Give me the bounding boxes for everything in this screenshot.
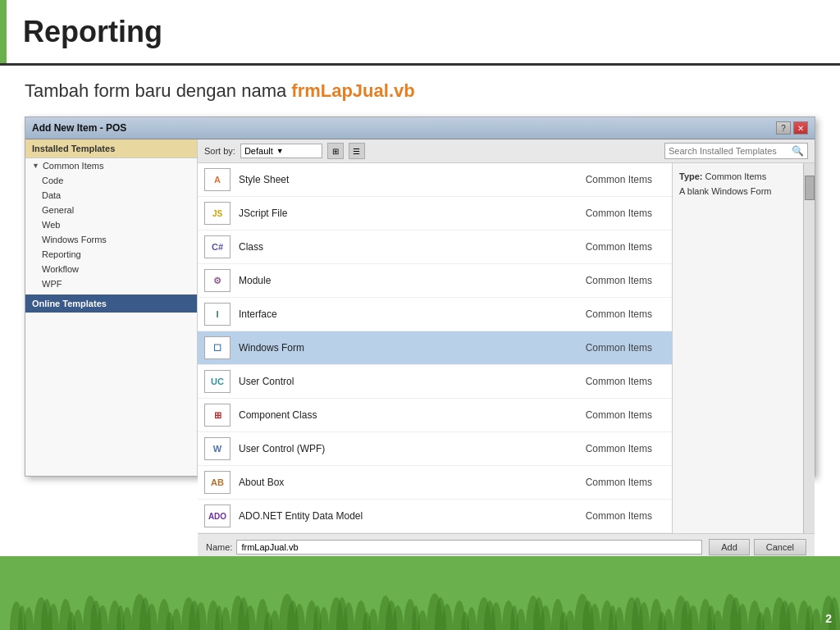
item-category-aboutbox: Common Items [586,477,652,488]
add-new-item-dialog: Add New Item - POS ? ✕ Installed Templat… [25,116,815,477]
item-icon-winform: ☐ [204,335,231,361]
list-item[interactable]: ⚙ Module Common Items [198,264,672,298]
list-item[interactable]: I Interface Common Items [198,298,672,331]
tree-item-reporting[interactable]: Reporting [25,247,197,262]
list-item[interactable]: A Style Sheet Common Items [198,163,672,197]
scroll-thumb[interactable] [805,176,815,200]
tree-item-data[interactable]: Data [25,188,197,203]
item-category-winform: Common Items [586,342,652,354]
cancel-button[interactable]: Cancel [754,539,806,555]
dialog-body: Installed Templates ▼ Common Items Code … [25,139,815,476]
scrollbar[interactable] [803,163,815,533]
item-category-usercontrol: Common Items [586,376,652,387]
list-item[interactable]: JS JScript File Common Items [198,197,672,231]
list-item[interactable]: W User Control (WPF) Common Items [198,432,672,466]
search-icon: 🔍 [792,145,804,157]
item-icon-usercontrol: UC [204,368,231,395]
slide-number: 2 [825,612,832,625]
dialog-help-button[interactable]: ? [776,121,791,135]
online-templates-header[interactable]: Online Templates [25,294,197,313]
name-label: Name: [206,542,232,552]
sort-label: Sort by: [204,146,235,156]
item-name-interface: Interface [239,308,578,320]
item-icon-aboutbox: AB [204,469,231,495]
sort-dropdown[interactable]: Default ▼ [240,144,322,158]
tree-item-windows-forms[interactable]: Windows Forms [25,232,197,247]
tree-item-general[interactable]: General [25,203,197,217]
item-icon-stylesheet: A [204,167,231,193]
list-item[interactable]: ⊞ Component Class Common Items [198,399,672,432]
item-name-class: Class [239,241,578,253]
item-name-aboutbox: About Box [239,477,578,488]
items-area: A Style Sheet Common Items JS JScript Fi… [198,163,672,533]
bottom-buttons: Add Cancel [709,539,806,555]
list-item[interactable]: UC User Control Common Items [198,365,672,399]
sort-value: Default [244,146,273,156]
installed-templates-header[interactable]: Installed Templates [25,139,197,158]
dialog-close-button[interactable]: ✕ [793,121,808,135]
item-icon-ado: ADO [204,503,231,529]
toolbar: Sort by: Default ▼ ⊞ ☰ 🔍 [198,139,815,163]
item-category-stylesheet: Common Items [586,174,652,185]
item-category-jscript: Common Items [586,208,652,219]
list-item[interactable]: ADO ADO.NET Entity Data Model Common Ite… [198,500,672,533]
dialog-title: Add New Item - POS [32,122,126,134]
main-title: Reporting [23,15,162,49]
item-name-stylesheet: Style Sheet [239,174,578,185]
type-value: Common Items [705,171,767,181]
green-accent [0,0,7,63]
tree-item-workflow[interactable]: Workflow [25,262,197,276]
side-info-panel: Type: Common Items A blank Windows Form [672,163,803,533]
item-name-winform: Windows Form [239,342,578,354]
right-panel: Sort by: Default ▼ ⊞ ☰ 🔍 [198,139,815,476]
info-type-row: Type: Common Items [679,171,797,181]
name-input[interactable] [236,540,702,555]
add-button[interactable]: Add [709,539,750,555]
grass-section [0,556,840,630]
item-category-class: Common Items [586,241,652,253]
item-name-component: Component Class [239,409,578,421]
view-grid-button[interactable]: ⊞ [327,143,344,159]
tree-arrow: ▼ [32,162,39,170]
search-input[interactable] [669,146,792,156]
right-outer: A Style Sheet Common Items JS JScript Fi… [198,163,815,533]
list-item[interactable]: AB About Box Common Items [198,466,672,500]
subtitle-highlight: frmLapJual.vb [291,80,414,101]
item-icon-jscript: JS [204,200,231,226]
list-item[interactable]: C# Class Common Items [198,231,672,264]
tree-label-common: Common Items [43,161,104,171]
type-label: Type: [679,171,703,181]
item-category-interface: Common Items [586,308,652,320]
items-list: A Style Sheet Common Items JS JScript Fi… [198,163,672,533]
tree-item-common-items[interactable]: ▼ Common Items [25,158,197,173]
search-box: 🔍 [664,143,808,159]
title-area: Reporting [7,0,179,63]
item-name-jscript: JScript File [239,208,578,219]
item-icon-interface: I [204,301,231,327]
item-name-ado: ADO.NET Entity Data Model [239,510,578,522]
tree-item-code[interactable]: Code [25,173,197,188]
tree-item-wpf[interactable]: WPF [25,276,197,291]
subtitle-bar: Tambah form baru dengan nama frmLapJual.… [0,66,840,116]
dialog-title-buttons: ? ✕ [776,121,808,135]
item-icon-class: C# [204,234,231,260]
item-name-module: Module [239,275,578,286]
item-name-usercontrol: User Control [239,376,578,387]
item-category-component: Common Items [586,409,652,421]
type-description: A blank Windows Form [679,186,771,196]
item-name-wpf: User Control (WPF) [239,443,578,454]
left-panel: Installed Templates ▼ Common Items Code … [25,139,198,476]
subtitle-text-before: Tambah form baru dengan nama [25,80,291,101]
top-bar: Reporting [0,0,840,66]
chevron-down-icon: ▼ [276,147,284,155]
item-category-wpf: Common Items [586,443,652,454]
view-list-button[interactable]: ☰ [349,143,365,159]
item-icon-component: ⊞ [204,402,231,428]
info-description-row: A blank Windows Form [679,186,797,196]
list-item-windows-form[interactable]: ☐ Windows Form Common Items [198,331,672,365]
tree-item-web[interactable]: Web [25,217,197,232]
name-field: Name: [206,540,702,555]
dialog-titlebar: Add New Item - POS ? ✕ [25,117,815,139]
item-icon-wpf: W [204,436,231,462]
item-icon-module: ⚙ [204,267,231,294]
